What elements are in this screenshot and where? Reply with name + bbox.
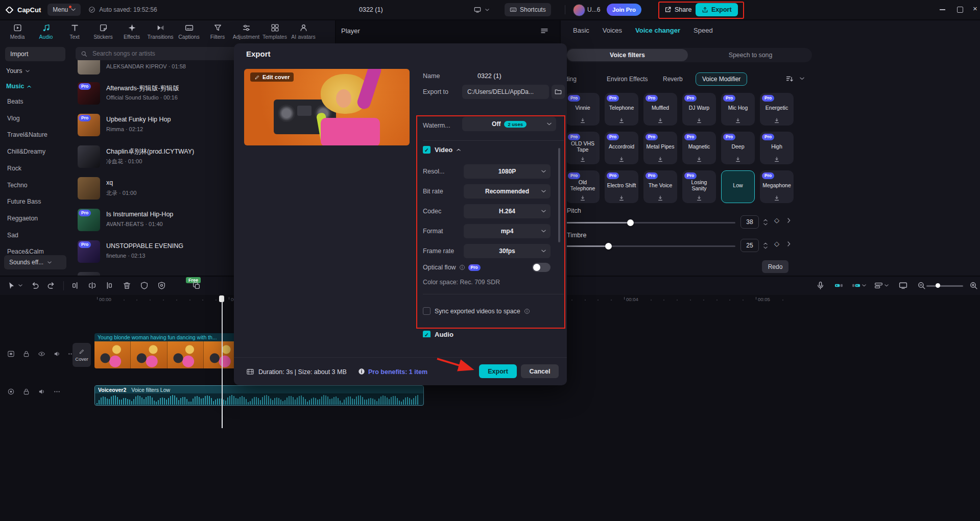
chips-chevron-icon[interactable] — [800, 77, 804, 80]
chevron-down-icon[interactable] — [862, 284, 866, 287]
tab-speed[interactable]: Speed — [694, 27, 713, 34]
voice-effect-electro-shift[interactable]: ProElectro Shift — [605, 170, 638, 203]
minimize-button[interactable] — [940, 9, 945, 10]
voice-effect-muffled[interactable]: ProMuffled — [643, 93, 677, 126]
stepper-down-icon[interactable] — [763, 223, 768, 226]
lock-icon[interactable] — [22, 388, 30, 395]
timbre-slider[interactable] — [566, 243, 735, 250]
player-menu-icon[interactable] — [540, 27, 548, 35]
sidebar-item-reggaeton[interactable]: Reggaeton — [7, 215, 38, 222]
voice-effect-the-voice[interactable]: ProThe Voice — [643, 170, 677, 203]
media-tab-adjustment[interactable]: Adjustment — [232, 20, 260, 43]
mic-icon[interactable] — [816, 281, 825, 290]
shortcuts-button[interactable]: Shortcuts — [505, 3, 551, 16]
sidebar-item-music[interactable]: Music — [6, 83, 31, 90]
timbre-expand-icon[interactable] — [787, 241, 791, 246]
voice-effect-mic-hog[interactable]: ProMic Hog — [721, 93, 755, 126]
audio-checkbox[interactable]: ✓ — [423, 331, 431, 337]
redo-button[interactable]: Redo — [762, 260, 788, 273]
voice-effect-old-telephone[interactable]: ProOld Telephone — [566, 170, 600, 203]
sidebar-item-sad[interactable]: Sad — [7, 232, 18, 239]
folder-button[interactable] — [552, 85, 565, 99]
sidebar-item-beats[interactable]: Beats — [7, 98, 23, 105]
trash-icon[interactable] — [123, 281, 131, 290]
speaker-icon[interactable] — [53, 350, 61, 358]
bitrate-dropdown[interactable]: Recommended — [464, 184, 551, 199]
video-section-header[interactable]: ✓ Video — [423, 146, 461, 154]
chevron-down-icon[interactable] — [18, 284, 22, 287]
import-button[interactable]: Import — [5, 47, 65, 61]
sidebar-item-rock[interactable]: Rock — [7, 165, 21, 172]
dialog-export-button[interactable]: Export — [479, 364, 517, 378]
sidebar-item-travel-nature[interactable]: Travel&Nature — [7, 131, 47, 138]
menu-button[interactable]: Menu — [47, 4, 81, 16]
media-tab-audio[interactable]: Audio — [32, 20, 60, 43]
tab-speech-to-song[interactable]: Speech to song — [689, 48, 812, 62]
media-tab-captions[interactable]: Captions — [175, 20, 203, 43]
sidebar-item-vlog[interactable]: Vlog — [7, 115, 20, 122]
voice-effect-megaphone[interactable]: ProMegaphone — [760, 170, 794, 203]
sort-icon[interactable] — [785, 75, 794, 83]
pitch-slider[interactable] — [566, 219, 735, 226]
more-icon[interactable] — [53, 388, 61, 395]
mask-icon[interactable] — [140, 281, 149, 290]
codec-dropdown[interactable]: H.264 — [464, 204, 551, 218]
speaker-icon[interactable] — [38, 388, 45, 395]
tab-basic[interactable]: Basic — [573, 27, 589, 34]
pitch-keyframe-icon[interactable]: ◇ — [774, 216, 779, 224]
collapse-icon[interactable] — [457, 148, 461, 151]
voice-effect-telephone[interactable]: ProTelephone — [605, 93, 638, 126]
tab-voice-changer[interactable]: Voice changer — [635, 27, 680, 34]
sounds-effects-button[interactable]: Sounds eff... — [4, 255, 66, 269]
zoom-slider-thumb[interactable] — [936, 283, 940, 288]
pitch-stepper[interactable] — [762, 215, 769, 229]
layers-icon[interactable] — [874, 281, 883, 290]
sync-checkbox[interactable] — [423, 307, 431, 315]
dialog-cancel-button[interactable]: Cancel — [521, 364, 559, 378]
zoom-in-icon[interactable] — [969, 281, 978, 290]
media-tab-effects[interactable]: Effects — [117, 20, 146, 43]
chip-environ-effects[interactable]: Environ Effects — [607, 76, 648, 83]
voice-effect-vinnie[interactable]: ProVinnie — [566, 93, 600, 126]
media-tab-transitions[interactable]: Transitions — [146, 20, 175, 43]
layout-icon[interactable] — [473, 6, 482, 13]
edit-cover-button[interactable]: Edit cover — [250, 72, 294, 82]
stepper-up-icon[interactable] — [763, 219, 768, 221]
zoom-out-icon[interactable] — [917, 281, 926, 290]
sidebar-item-chill-dreamy[interactable]: Chill&Dreamy — [7, 148, 45, 155]
media-tab-templates[interactable]: Templates — [260, 20, 289, 43]
timbre-keyframe-icon[interactable]: ◇ — [774, 240, 779, 247]
undo-icon[interactable] — [31, 281, 39, 290]
cover-button[interactable]: Cover — [73, 343, 91, 367]
chevron-down-icon[interactable] — [885, 284, 889, 287]
export-button[interactable]: Export — [696, 3, 738, 16]
dialog-scrollbar[interactable] — [558, 148, 560, 242]
voice-effect-metal-pipes[interactable]: ProMetal Pipes — [643, 132, 677, 164]
split-icon[interactable] — [88, 281, 97, 290]
sidebar-item-yours[interactable]: Yours — [6, 67, 30, 75]
media-tab-filters[interactable]: Filters — [203, 20, 232, 43]
voice-effect-energetic[interactable]: ProEnergetic — [760, 93, 794, 126]
tab-voices[interactable]: Voices — [603, 27, 622, 34]
record-icon[interactable] — [7, 388, 15, 395]
maximize-button[interactable] — [957, 7, 963, 13]
share-button[interactable]: Share — [661, 3, 695, 16]
stack-icon[interactable] — [192, 281, 201, 290]
mask2-icon[interactable] — [157, 281, 166, 290]
cursor-icon[interactable] — [7, 281, 16, 290]
timbre-stepper[interactable] — [762, 239, 769, 252]
sync-row[interactable]: Sync exported videos to space — [423, 307, 530, 315]
voice-effect-high[interactable]: ProHigh — [760, 132, 794, 164]
resolution-dropdown[interactable]: 1080P — [464, 164, 551, 179]
close-button[interactable]: × — [973, 4, 977, 13]
media-tab-ai-avatars[interactable]: AI avatars — [289, 20, 318, 43]
stepper-up-icon[interactable] — [763, 242, 768, 245]
voice-effect-low[interactable]: Low — [721, 170, 755, 203]
chip-reverb[interactable]: Reverb — [663, 76, 683, 83]
name-value[interactable]: 0322 (1) — [477, 71, 501, 81]
tab-voice-filters[interactable]: Voice filters — [567, 49, 688, 61]
timbre-value[interactable]: 25 — [740, 239, 759, 252]
voice-effect-old-vhs-tape[interactable]: ProOLD VHS Tape — [566, 132, 600, 164]
audio-track-clip[interactable]: Voiceover2 Voice filters Low — [94, 385, 424, 406]
voice-effect-dj-warp[interactable]: ProDJ Warp — [682, 93, 716, 126]
